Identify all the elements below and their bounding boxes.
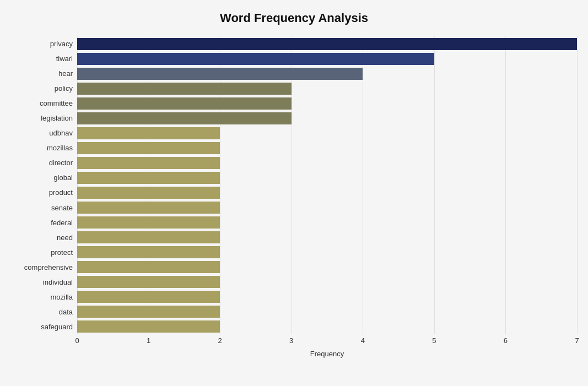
y-label-tiwari: tiwari	[56, 55, 73, 62]
x-axis-title: Frequency	[77, 347, 577, 358]
bar-hear	[77, 68, 363, 80]
bar-row-individual	[77, 275, 577, 289]
y-label-data: data	[59, 308, 73, 316]
chart-container: Word Frequency Analysis privacytiwarihea…	[0, 0, 588, 386]
grid-line-7	[577, 36, 578, 334]
y-label-product: product	[49, 189, 73, 196]
x-tick-5: 5	[432, 336, 436, 345]
bar-privacy	[77, 38, 577, 50]
x-tick-2: 2	[218, 336, 222, 345]
bar-row-hear	[77, 67, 577, 81]
bar-mozilla	[77, 291, 220, 303]
bar-row-senate	[77, 200, 577, 215]
bar-tiwari	[77, 53, 434, 65]
bar-protect	[77, 246, 220, 258]
bar-global	[77, 172, 220, 184]
bar-row-privacy	[77, 37, 577, 51]
bar-row-product	[77, 186, 577, 200]
bar-mozillas	[77, 142, 220, 154]
bar-row-protect	[77, 245, 577, 259]
bar-product	[77, 187, 220, 199]
bar-row-need	[77, 230, 577, 244]
bar-federal	[77, 216, 220, 229]
y-label-senate: senate	[51, 204, 73, 211]
chart-title: Word Frequency Analysis	[11, 6, 577, 36]
x-tick-7: 7	[575, 336, 579, 345]
y-label-global: global	[53, 174, 73, 181]
y-label-udbhav: udbhav	[49, 129, 73, 137]
y-label-hear: hear	[58, 70, 73, 77]
y-label-individual: individual	[43, 279, 73, 286]
x-tick-3: 3	[289, 336, 293, 345]
y-label-legislation: legislation	[41, 115, 73, 122]
bar-committee	[77, 97, 292, 110]
bar-row-comprehensive	[77, 260, 577, 274]
x-tick-1: 1	[147, 336, 150, 345]
y-label-privacy: privacy	[50, 40, 73, 47]
bar-row-legislation	[77, 111, 577, 126]
y-label-director: director	[49, 159, 73, 166]
y-label-need: need	[57, 234, 73, 241]
bar-row-tiwari	[77, 52, 577, 66]
bar-policy	[77, 83, 292, 95]
bar-row-safeguard	[77, 319, 577, 334]
bar-row-federal	[77, 215, 577, 230]
bar-row-udbhav	[77, 126, 577, 140]
bar-row-mozilla	[77, 290, 577, 304]
bar-row-committee	[77, 96, 577, 111]
x-tick-4: 4	[361, 336, 365, 345]
bar-row-policy	[77, 81, 577, 96]
bar-row-global	[77, 171, 577, 185]
y-label-committee: committee	[40, 100, 73, 107]
bar-senate	[77, 202, 220, 214]
bar-safeguard	[77, 320, 220, 333]
y-label-comprehensive: comprehensive	[24, 264, 73, 271]
bar-row-director	[77, 156, 577, 170]
y-label-safeguard: safeguard	[41, 323, 73, 330]
bar-director	[77, 157, 220, 169]
y-label-policy: policy	[55, 85, 73, 92]
y-label-federal: federal	[51, 219, 73, 226]
bar-data	[77, 306, 220, 318]
bar-udbhav	[77, 127, 220, 139]
bar-row-data	[77, 305, 577, 319]
y-axis: privacytiwarihearpolicycommitteelegislat…	[11, 36, 77, 334]
x-axis: 01234567 Frequency	[77, 334, 577, 356]
x-tick-0: 0	[75, 336, 79, 345]
bar-row-mozillas	[77, 141, 577, 155]
y-label-protect: protect	[51, 249, 73, 256]
bar-legislation	[77, 112, 292, 124]
bar-individual	[77, 276, 220, 288]
plot-area	[77, 36, 577, 334]
bar-comprehensive	[77, 261, 220, 273]
y-label-mozilla: mozilla	[51, 293, 73, 301]
x-tick-6: 6	[504, 336, 508, 345]
bar-need	[77, 231, 220, 243]
y-label-mozillas: mozillas	[47, 144, 73, 151]
